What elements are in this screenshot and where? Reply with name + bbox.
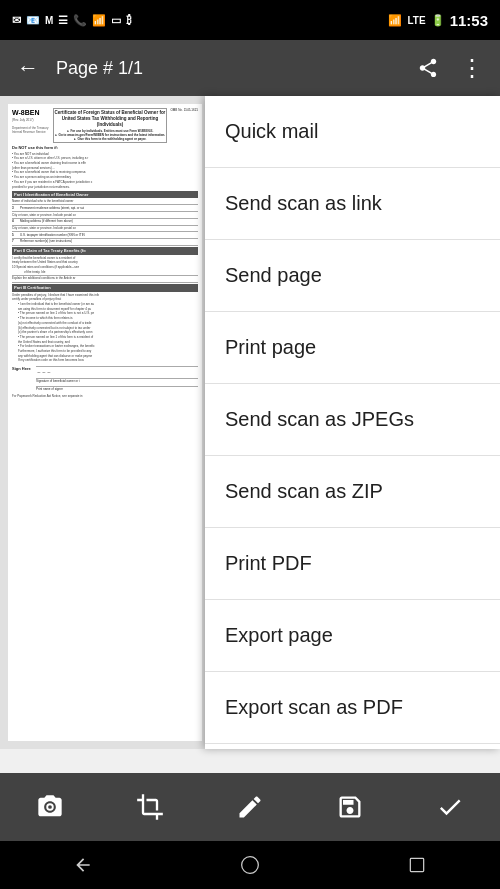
signal-icon: 📶 <box>388 14 402 27</box>
document-paper: W-8BEN (Rev. July 2017) Department of th… <box>8 104 202 741</box>
export-page-label: Export page <box>225 624 333 647</box>
cert-bullet-12: If my certification code on this form be… <box>18 358 198 362</box>
svg-point-0 <box>242 857 259 874</box>
status-bar: ✉ 📧 M ☰ 📞 📶 ▭ ₿ 📶 LTE 🔋 11:53 <box>0 0 500 40</box>
print-name-label: Print name of signer <box>36 386 198 391</box>
lte-icon: LTE <box>407 15 425 26</box>
more-options-button[interactable]: ⋮ <box>452 48 492 88</box>
status-bar-right: 📶 LTE 🔋 11:53 <box>388 12 488 29</box>
confirm-button[interactable] <box>420 777 480 837</box>
address-line <box>12 211 198 212</box>
doc-instruction-4: (other than personal services) ... <box>12 166 198 170</box>
doc-form-header: W-8BEN (Rev. July 2017) Department of th… <box>12 108 198 143</box>
send-scan-link-label: Send scan as link <box>225 192 382 215</box>
do-not-use-header: Do NOT use this form if: <box>12 145 198 151</box>
menu-item-send-scan-jpegs[interactable]: Send scan as JPEGs <box>205 384 500 456</box>
edit-icon <box>236 793 264 821</box>
sign-here-area: Sign Here ～～～ Signature of beneficial ow… <box>12 366 198 391</box>
export-scan-pdf-label: Export scan as PDF <box>225 696 403 719</box>
bluetooth-icon: ₿ <box>126 14 132 26</box>
page-title: Page # 1/1 <box>48 58 408 79</box>
camera-icon <box>36 793 64 821</box>
sig-label: Signature of beneficial owner or i <box>36 378 198 383</box>
gmail-icon: M <box>45 15 53 26</box>
menu-item-print-page[interactable]: Print page <box>205 312 500 384</box>
form-name: W-8BEN <box>12 108 45 118</box>
omb-number: OMB No. 1545-1621 <box>170 108 198 112</box>
part-i-header: Part I Identification of Beneficial Owne… <box>12 191 198 199</box>
name-line <box>12 204 198 205</box>
quick-mail-label: Quick mail <box>225 120 318 143</box>
menu-icon: ☰ <box>58 14 68 27</box>
part-ii-header: Part II Claim of Tax Treaty Benefits (fo <box>12 247 198 255</box>
camera-button[interactable] <box>20 777 80 837</box>
cert-bullet-3: • The income to which this form relates … <box>18 316 198 320</box>
arrow-back-icon: ← <box>17 55 39 81</box>
menu-item-print-pdf[interactable]: Print PDF <box>205 528 500 600</box>
doc-instruction-6: • You are a person acting as an intermed… <box>12 175 198 179</box>
menu-item-export-page[interactable]: Export page <box>205 600 500 672</box>
row-3: 3 Permanent residence address (street, a… <box>12 206 198 210</box>
wifi-icon: 📶 <box>92 14 106 27</box>
message-icon: ✉ <box>12 14 21 27</box>
save-icon <box>336 793 364 821</box>
print-pdf-label: Print PDF <box>225 552 312 575</box>
print-page-label: Print page <box>225 336 316 359</box>
cert-bullet-9: • For broker transactions or barter exch… <box>18 344 198 348</box>
mailing-line <box>12 225 198 226</box>
nav-back-button[interactable] <box>53 841 113 889</box>
treaty-text-4: of the treaty. Ide <box>12 270 198 274</box>
phone-icon: 📞 <box>73 14 87 27</box>
city-line <box>12 218 198 219</box>
menu-item-export-pages-jpegs[interactable]: Export pages as JPEGs <box>205 744 500 749</box>
menu-item-send-scan-zip[interactable]: Send scan as ZIP <box>205 456 500 528</box>
reference-line <box>12 245 198 246</box>
context-menu: Quick mail Send scan as link Send page P… <box>205 96 500 749</box>
share-button[interactable] <box>408 48 448 88</box>
share-icon <box>417 57 439 79</box>
cert-bullet-5: (b) effectively connected but is not sub… <box>18 326 198 330</box>
city-state-2-label: City or town, state or province. Include… <box>12 226 198 230</box>
treaty-text-5: Explain the additional conditions in the… <box>12 276 198 280</box>
more-vert-icon: ⋮ <box>460 54 484 82</box>
nav-recents-button[interactable] <box>387 841 447 889</box>
document-preview: W-8BEN (Rev. July 2017) Department of th… <box>0 96 210 749</box>
bottom-toolbar <box>0 773 500 841</box>
edit-button[interactable] <box>220 777 280 837</box>
app-bar-actions: ⋮ <box>408 48 492 88</box>
cert-text-1: Under penalties of perjury, I declare th… <box>12 293 198 297</box>
back-button[interactable]: ← <box>8 48 48 88</box>
treaty-line <box>12 275 198 276</box>
cert-bullet-11: any withholding agent that can disburse … <box>18 354 198 358</box>
menu-item-quick-mail[interactable]: Quick mail <box>205 96 500 168</box>
menu-item-send-page[interactable]: Send page <box>205 240 500 312</box>
app-bar: ← Page # 1/1 ⋮ <box>0 40 500 96</box>
cert-bullet-8: the United States and that country, and <box>18 340 198 344</box>
row-5: 5 U.S. taxpayer identification number (S… <box>12 233 198 237</box>
email-icon: 📧 <box>26 14 40 27</box>
cast-icon: ▭ <box>111 14 121 27</box>
nav-home-button[interactable] <box>220 841 280 889</box>
nav-home-icon <box>240 855 260 875</box>
treaty-text-3: 10 Special rates and conditions (if appl… <box>12 265 198 269</box>
doc-title-block: Certificate of Foreign Status of Benefic… <box>53 108 168 143</box>
crop-button[interactable] <box>120 777 180 837</box>
cert-bullet-6: (c) the partner's share of a partnership… <box>18 330 198 334</box>
doc-instruction-7: • You are if you are resident in a FATCA… <box>12 180 198 184</box>
cert-bullet-1: • I am the individual that is the benefi… <box>18 302 198 306</box>
nav-recents-icon <box>407 855 427 875</box>
send-page-label: Send page <box>225 264 322 287</box>
save-button[interactable] <box>320 777 380 837</box>
menu-item-send-scan-link[interactable]: Send scan as link <box>205 168 500 240</box>
doc-instruction-5: • You are a beneficial owner that is rec… <box>12 170 198 174</box>
menu-item-export-scan-pdf[interactable]: Export scan as PDF <box>205 672 500 744</box>
treaty-line-2 <box>12 282 198 283</box>
send-scan-zip-label: Send scan as ZIP <box>225 480 383 503</box>
battery-icon: 🔋 <box>431 14 445 27</box>
cert-bullet-2: • The person named on line 1 of this for… <box>18 311 198 315</box>
nav-back-icon <box>73 855 93 875</box>
city-2-line <box>12 231 198 232</box>
cert-bullet-4: (a) not effectively connected with the c… <box>18 321 198 325</box>
doc-instruction-2: • You are a U.S. citizen or other U.S. p… <box>12 156 198 160</box>
doc-instruction-3: • You are a beneficial owner claiming th… <box>12 161 198 165</box>
